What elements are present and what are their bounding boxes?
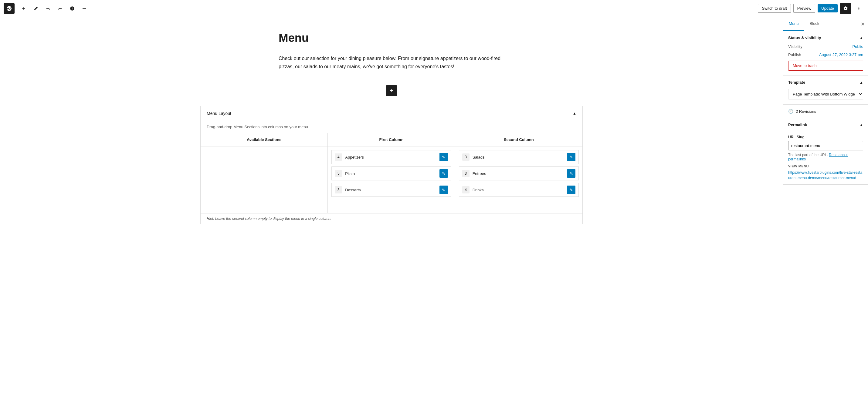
- list-item: 5 Pizza ✎: [332, 167, 451, 180]
- publish-value[interactable]: August 27, 2022 3:27 pm: [819, 53, 863, 57]
- item-count: 4: [335, 153, 342, 161]
- item-count: 3: [462, 170, 469, 177]
- available-sections-body: [200, 146, 328, 213]
- collapse-icon: ▲: [573, 111, 576, 115]
- switch-to-draft-button[interactable]: Switch to draft: [758, 4, 790, 13]
- pencil-tool-button[interactable]: [30, 3, 41, 14]
- edit-item-button[interactable]: ✎: [439, 185, 448, 194]
- list-item: 3 Salads ✎: [459, 150, 579, 164]
- menu-layout-header[interactable]: Menu Layout ▲: [200, 106, 582, 121]
- post-body[interactable]: Check out our selection for your dining …: [279, 54, 504, 71]
- wp-logo-icon: [4, 3, 14, 14]
- toolbar: Switch to draft Preview Update: [0, 0, 868, 17]
- template-select[interactable]: Page Template: With Bottom Widge Default…: [788, 89, 863, 99]
- publish-label: Publish: [788, 53, 801, 57]
- close-sidebar-button[interactable]: ✕: [857, 19, 868, 29]
- list-item: 4 Appetizers ✎: [332, 150, 451, 164]
- revisions-icon: 🕐: [788, 109, 793, 114]
- view-menu-label: VIEW MENU: [788, 164, 863, 168]
- permalink-hint-text: The last part of the URL.: [788, 153, 828, 157]
- url-slug-label: URL Slug: [788, 135, 863, 139]
- list-item: 3 Entrees ✎: [459, 167, 579, 180]
- permalink-header[interactable]: Permalink ▲: [783, 118, 868, 131]
- status-visibility-title: Status & visibility: [788, 35, 821, 40]
- list-view-button[interactable]: [79, 3, 90, 14]
- first-column-header: First Column: [328, 133, 455, 146]
- toolbar-right: Switch to draft Preview Update: [758, 3, 864, 14]
- menu-layout-block: Menu Layout ▲ Drag-and-drop Menu Section…: [200, 106, 583, 224]
- view-menu-link[interactable]: https://www.fivestarplugins.com/five-sta…: [788, 170, 862, 180]
- template-title: Template: [788, 80, 805, 84]
- template-section: Template ▲ Page Template: With Bottom Wi…: [783, 76, 868, 105]
- item-name: Desserts: [345, 188, 439, 192]
- list-item: 4 Drinks ✎: [459, 183, 579, 197]
- permalink-body: URL Slug The last part of the URL. Read …: [783, 131, 868, 184]
- template-body: Page Template: With Bottom Widge Default…: [783, 89, 868, 104]
- menu-layout-title: Menu Layout: [207, 111, 231, 116]
- template-header[interactable]: Template ▲: [783, 76, 868, 89]
- info-button[interactable]: [67, 3, 78, 14]
- collapse-status-icon: ▲: [860, 36, 863, 40]
- tab-block[interactable]: Block: [804, 17, 825, 31]
- toolbar-left: [4, 3, 90, 14]
- first-column-body: 4 Appetizers ✎ 5 Pizza ✎ 3 Desserts: [328, 146, 455, 213]
- add-block-inline-button[interactable]: +: [386, 85, 397, 96]
- move-to-trash-button[interactable]: Move to trash: [788, 61, 863, 71]
- edit-item-button[interactable]: ✎: [567, 185, 576, 194]
- tab-menu[interactable]: Menu: [783, 17, 804, 31]
- status-visibility-section: Status & visibility ▲ Visibility Public …: [783, 31, 868, 76]
- update-button[interactable]: Update: [817, 4, 838, 12]
- item-name: Salads: [472, 155, 567, 160]
- main-layout: Menu Check out our selection for your di…: [0, 17, 868, 416]
- item-name: Appetizers: [345, 155, 439, 160]
- edit-item-button[interactable]: ✎: [567, 153, 576, 161]
- available-sections-header: Available Sections: [200, 133, 328, 146]
- editor-area: Menu Check out our selection for your di…: [0, 17, 783, 416]
- collapse-template-icon: ▲: [860, 80, 863, 84]
- edit-item-button[interactable]: ✎: [439, 153, 448, 161]
- item-name: Drinks: [472, 188, 567, 192]
- publish-row: Publish August 27, 2022 3:27 pm: [788, 53, 863, 57]
- visibility-value[interactable]: Public: [852, 44, 863, 49]
- item-count: 5: [335, 170, 342, 177]
- permalink-title: Permalink: [788, 123, 807, 127]
- first-column: First Column 4 Appetizers ✎ 5 Pizza ✎: [328, 133, 455, 213]
- post-title[interactable]: Menu: [279, 32, 504, 44]
- revisions-row[interactable]: 🕐 2 Revisions: [783, 105, 868, 118]
- collapse-permalink-icon: ▲: [860, 123, 863, 127]
- right-sidebar: Menu Block ✕ Status & visibility ▲ Visib…: [783, 17, 868, 416]
- second-column: Second Column 3 Salads ✎ 3 Entrees ✎: [455, 133, 582, 213]
- permalink-section: Permalink ▲ URL Slug The last part of th…: [783, 118, 868, 185]
- available-sections-column: Available Sections: [200, 133, 328, 213]
- item-count: 4: [462, 186, 469, 194]
- undo-button[interactable]: [42, 3, 54, 14]
- editor-content: Menu Check out our selection for your di…: [264, 32, 519, 101]
- item-name: Pizza: [345, 171, 439, 176]
- status-visibility-body: Visibility Public Publish August 27, 202…: [783, 44, 868, 75]
- permalink-hint: The last part of the URL. Read about per…: [788, 153, 863, 161]
- item-name: Entrees: [472, 171, 567, 176]
- visibility-label: Visibility: [788, 44, 802, 49]
- menu-layout-description: Drag-and-drop Menu Sections into columns…: [200, 121, 582, 133]
- revisions-label: 2 Revisions: [796, 109, 816, 114]
- redo-button[interactable]: [55, 3, 66, 14]
- more-options-button[interactable]: [854, 3, 864, 14]
- menu-columns-table: Available Sections First Column 4 Appeti…: [200, 133, 582, 213]
- second-column-body: 3 Salads ✎ 3 Entrees ✎ 4 Drinks ✎: [455, 146, 582, 213]
- sidebar-tabs: Menu Block ✕: [783, 17, 868, 31]
- menu-layout-hint: Hint: Leave the second column empty to d…: [200, 213, 582, 224]
- url-slug-input[interactable]: [788, 141, 863, 150]
- add-block-button[interactable]: [18, 3, 29, 14]
- settings-button[interactable]: [840, 3, 851, 14]
- status-visibility-header[interactable]: Status & visibility ▲: [783, 31, 868, 44]
- edit-item-button[interactable]: ✎: [439, 169, 448, 178]
- item-count: 3: [335, 186, 342, 194]
- list-item: 3 Desserts ✎: [332, 183, 451, 197]
- item-count: 3: [462, 153, 469, 161]
- visibility-row: Visibility Public: [788, 44, 863, 49]
- edit-item-button[interactable]: ✎: [567, 169, 576, 178]
- second-column-header: Second Column: [455, 133, 582, 146]
- preview-button[interactable]: Preview: [793, 4, 815, 13]
